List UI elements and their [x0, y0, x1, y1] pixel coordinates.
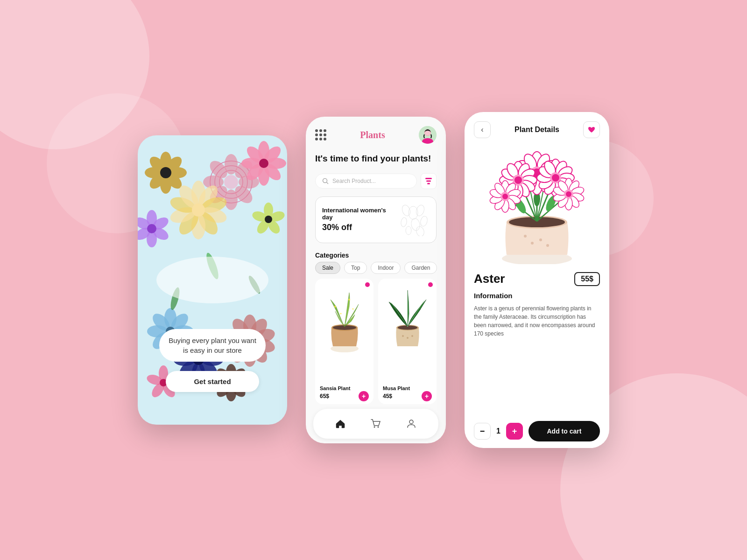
phone-home: Plants It's time to find your plants! — [306, 117, 446, 443]
add-to-cart-button[interactable]: Add to cart — [529, 421, 600, 441]
plant-card-musa[interactable]: Musa Plant 45$ + — [378, 279, 437, 404]
home-title: It's time to find your plants! — [306, 148, 446, 169]
favorite-button[interactable] — [583, 121, 600, 138]
nav-cart[interactable] — [367, 415, 384, 432]
category-sale[interactable]: Sale — [315, 262, 340, 274]
bottom-nav — [313, 409, 438, 439]
svg-point-115 — [410, 217, 421, 231]
svg-point-8 — [160, 167, 171, 178]
musa-price: 45$ — [383, 393, 392, 399]
musa-image — [378, 279, 437, 353]
svg-point-124 — [348, 299, 350, 301]
search-bar[interactable]: Search Product... — [315, 174, 417, 189]
detail-name-row: Aster 55$ — [465, 264, 609, 290]
plant-name-label: Aster — [474, 272, 505, 286]
svg-rect-108 — [425, 178, 432, 179]
svg-point-97 — [192, 203, 205, 217]
svg-point-116 — [419, 215, 428, 227]
svg-point-114 — [400, 217, 407, 227]
phone-splash: Buying every plant you want is easy in o… — [138, 135, 287, 425]
sansia-price: 65$ — [320, 393, 329, 399]
app-logo: Plants — [360, 130, 385, 140]
svg-point-134 — [374, 427, 375, 428]
home-header: Plants — [306, 117, 446, 148]
profile-icon — [406, 418, 417, 429]
search-row: Search Product... — [306, 169, 446, 193]
phone-detail: ‹ Plant Details — [465, 112, 609, 448]
search-icon — [322, 178, 329, 184]
promo-banner: International women's day 30% off — [315, 196, 437, 243]
nav-home[interactable] — [332, 415, 349, 432]
home-icon — [335, 418, 346, 429]
svg-point-125 — [352, 308, 353, 309]
svg-point-123 — [340, 313, 341, 314]
back-button[interactable]: ‹ — [474, 121, 491, 138]
favorite-dot-sansia — [365, 282, 370, 287]
svg-point-207 — [502, 194, 508, 199]
svg-point-136 — [409, 420, 413, 424]
search-placeholder: Search Product... — [332, 178, 376, 184]
plant-card-sansia[interactable]: Sansia Plant 65$ + — [315, 279, 374, 404]
nav-profile[interactable] — [403, 415, 420, 432]
detail-title: Plant Details — [514, 126, 559, 134]
splash-text-area: Buying every plant you want is easy in o… — [145, 329, 280, 406]
banner-decoration — [397, 203, 430, 236]
add-sansia-button[interactable]: + — [359, 391, 369, 401]
price-badge: 55$ — [574, 272, 600, 286]
svg-point-139 — [524, 235, 527, 238]
filter-icon — [425, 177, 432, 185]
svg-point-131 — [402, 335, 404, 337]
svg-point-132 — [407, 337, 409, 339]
banner-discount: 30% off — [322, 223, 397, 232]
svg-point-140 — [531, 242, 534, 245]
detail-plant-image — [465, 143, 609, 264]
svg-line-128 — [391, 302, 408, 327]
user-avatar[interactable] — [419, 126, 437, 144]
splash-tagline: Buying every plant you want is easy in o… — [159, 329, 266, 362]
svg-point-33 — [265, 216, 272, 223]
svg-line-129 — [408, 301, 424, 327]
cart-icon — [370, 418, 381, 429]
svg-point-27 — [147, 224, 156, 233]
svg-point-195 — [552, 174, 559, 182]
category-garden[interactable]: Garden — [404, 262, 437, 274]
svg-point-133 — [411, 335, 413, 337]
svg-point-219 — [566, 191, 571, 197]
decrease-quantity-button[interactable]: − — [474, 423, 491, 440]
svg-point-86 — [259, 159, 268, 168]
svg-point-113 — [415, 204, 425, 217]
svg-point-118 — [415, 225, 425, 236]
categories-label: Categories — [306, 247, 446, 262]
svg-point-101 — [156, 257, 268, 303]
musa-info: Musa Plant 45$ + — [378, 383, 437, 404]
svg-point-135 — [378, 427, 379, 428]
banner-title: International women's day — [322, 207, 397, 221]
menu-icon[interactable] — [315, 129, 326, 140]
info-label: Information — [465, 290, 609, 301]
detail-header: ‹ Plant Details — [465, 112, 609, 143]
svg-point-122 — [334, 306, 336, 308]
increase-quantity-button[interactable]: + — [506, 423, 523, 440]
categories-row: Sale Top Indoor Garden — [306, 262, 446, 279]
plants-grid: Sansia Plant 65$ + — [306, 279, 446, 404]
filter-button[interactable] — [421, 173, 437, 189]
svg-point-141 — [539, 238, 542, 241]
get-started-button[interactable]: Get started — [166, 371, 259, 392]
category-indoor[interactable]: Indoor — [371, 262, 401, 274]
svg-rect-110 — [427, 183, 430, 184]
svg-point-111 — [401, 204, 411, 217]
svg-point-117 — [406, 226, 411, 235]
svg-point-142 — [546, 244, 549, 247]
svg-rect-109 — [426, 180, 431, 182]
musa-name: Musa Plant — [383, 385, 432, 391]
svg-line-107 — [327, 182, 329, 184]
sansia-info: Sansia Plant 65$ + — [315, 383, 374, 404]
svg-point-12 — [224, 175, 238, 189]
svg-point-181 — [514, 176, 522, 184]
phones-container: Buying every plant you want is easy in o… — [0, 0, 747, 560]
cart-row: − 1 + Add to cart — [465, 414, 609, 448]
aster-plant-svg — [472, 143, 602, 264]
add-musa-button[interactable]: + — [422, 391, 432, 401]
category-top[interactable]: Top — [344, 262, 367, 274]
sansia-image — [315, 279, 374, 353]
